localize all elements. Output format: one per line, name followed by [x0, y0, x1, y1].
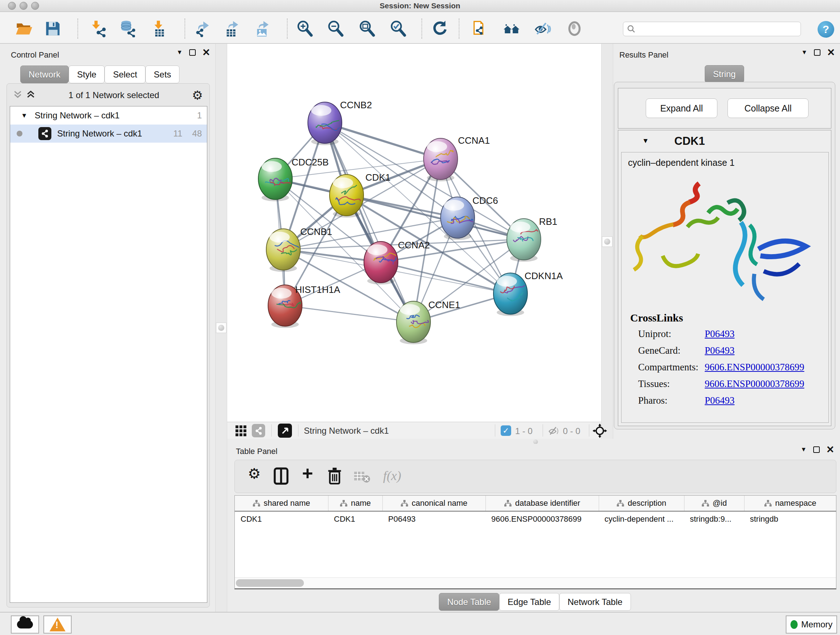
scrollbar-thumb[interactable]: [236, 579, 304, 587]
network-view-toolbar: String Network – cdk1 ✓ 1 - 0 0 - 0: [227, 422, 601, 439]
share-document-button[interactable]: [471, 20, 490, 37]
database-icon: [118, 20, 137, 37]
grid-view-icon[interactable]: [235, 425, 247, 438]
tab-network-table[interactable]: Network Table: [559, 593, 631, 611]
help-button[interactable]: ?: [818, 21, 834, 38]
tab-sets[interactable]: Sets: [145, 65, 180, 83]
tab-edge-table[interactable]: Edge Table: [499, 593, 559, 611]
column-header-namespace[interactable]: namespace: [744, 496, 836, 511]
save-session-button[interactable]: [43, 20, 62, 37]
close-panel-icon[interactable]: ✕: [827, 49, 835, 56]
table-cell[interactable]: cyclin-dependent ...: [599, 511, 684, 526]
column-header--id[interactable]: @id: [684, 496, 744, 511]
export-table-button[interactable]: [223, 20, 242, 37]
memory-label: Memory: [801, 619, 833, 630]
table-cell[interactable]: 9606.ENSP00000378699: [485, 511, 599, 526]
right-splitter-handle[interactable]: [602, 236, 613, 247]
collapse-all-icon[interactable]: [13, 89, 23, 101]
node-label-CDC6: CDC6: [472, 195, 498, 206]
collapse-panel-icon[interactable]: ▼: [801, 446, 807, 453]
search-field[interactable]: [623, 22, 801, 36]
control-panel-tabs: NetworkStyleSelectSets: [20, 65, 180, 83]
selected-checkbox[interactable]: ✓: [501, 425, 511, 436]
crosslink-link[interactable]: 9606.ENSP00000378699: [705, 378, 804, 395]
tab-select[interactable]: Select: [104, 65, 145, 83]
import-table-button[interactable]: [150, 20, 169, 37]
tab-node-table[interactable]: Node Table: [439, 593, 499, 611]
export-image-button[interactable]: [253, 20, 272, 37]
float-panel-icon[interactable]: [813, 447, 820, 453]
left-splitter[interactable]: [215, 44, 227, 612]
collapse-panel-icon[interactable]: ▼: [801, 49, 807, 56]
control-panel: Control Panel ▼ ✕ NetworkStyleSelectSets…: [0, 44, 216, 612]
refresh-view-button[interactable]: [431, 20, 449, 37]
warnings-button[interactable]: [43, 616, 72, 633]
import-network-database-button[interactable]: [118, 20, 137, 37]
node-result-header[interactable]: ▼ CDK1: [618, 130, 831, 152]
table-horizontal-scrollbar[interactable]: [235, 578, 836, 588]
right-splitter[interactable]: [601, 44, 613, 439]
crosslink-link[interactable]: P06493: [705, 345, 735, 362]
zoom-selected-button[interactable]: [388, 20, 407, 37]
hide-selected-button[interactable]: [533, 20, 552, 37]
node-result-section: ▼ CDK1 cyclin–dependent kinase 1: [618, 130, 831, 426]
show-all-button[interactable]: [565, 20, 584, 37]
table-options-gear-icon[interactable]: ⚙: [248, 465, 261, 482]
close-panel-icon[interactable]: ✕: [826, 447, 835, 453]
table-cell[interactable]: stringdb:9...: [684, 511, 744, 526]
table-cell[interactable]: stringdb: [744, 511, 836, 526]
expand-all-button[interactable]: Expand All: [646, 98, 717, 118]
cloud-status-button[interactable]: [11, 616, 39, 633]
crosslink-link[interactable]: 9606.ENSP00000378699: [705, 362, 804, 378]
network-options-gear-icon[interactable]: ⚙: [192, 88, 203, 103]
float-panel-icon[interactable]: [814, 49, 821, 56]
column-header-name[interactable]: name: [328, 496, 382, 511]
delete-table-icon[interactable]: [354, 470, 371, 485]
table-cell[interactable]: P06493: [382, 511, 485, 526]
birdseye-view-icon[interactable]: [278, 424, 292, 438]
column-header-database-identifier[interactable]: database identifier: [485, 496, 599, 511]
crosslink-link[interactable]: P06493: [705, 395, 735, 412]
table-row[interactable]: CDK1CDK1P064939606.ENSP00000378699cyclin…: [235, 511, 836, 527]
hidden-eye-icon[interactable]: [548, 425, 560, 438]
memory-button[interactable]: Memory: [786, 616, 837, 633]
tab-style[interactable]: Style: [69, 65, 104, 83]
column-header-canonical-name[interactable]: canonical name: [382, 496, 485, 511]
close-panel-icon[interactable]: ✕: [202, 49, 210, 56]
function-builder-icon[interactable]: f(x): [383, 468, 401, 483]
table-cell[interactable]: CDK1: [235, 511, 328, 526]
tab-string[interactable]: String: [705, 65, 744, 83]
string-view-badge-icon[interactable]: [252, 424, 265, 437]
float-panel-icon[interactable]: [189, 49, 196, 56]
import-network-file-button[interactable]: [89, 20, 108, 37]
tab-network[interactable]: Network: [20, 65, 69, 83]
network-edge[interactable]: [381, 262, 510, 294]
network-edge[interactable]: [285, 306, 414, 322]
delete-column-trash-icon[interactable]: [327, 467, 343, 487]
column-header-shared-name[interactable]: shared name: [235, 496, 328, 511]
fit-selected-crosshair-icon[interactable]: [592, 424, 607, 440]
network-view-canvas[interactable]: CCNB2CCNA1CDC25BCDK1CDC6RB1CCNB1CCNA2CDK…: [227, 44, 601, 422]
network-edge[interactable]: [325, 123, 441, 159]
open-session-button[interactable]: [14, 20, 33, 37]
collapse-all-button[interactable]: Collapse All: [728, 98, 808, 118]
search-input[interactable]: [636, 23, 801, 35]
export-network-file-button[interactable]: [194, 20, 213, 37]
home-button[interactable]: [502, 20, 521, 37]
collapse-panel-icon[interactable]: ▼: [177, 49, 183, 56]
node-label-CCNA1: CCNA1: [458, 135, 490, 146]
network-collection-row[interactable]: ▼ String Network – cdk1 1: [10, 106, 207, 125]
section-expander-icon[interactable]: ▼: [642, 137, 649, 145]
left-splitter-handle[interactable]: [216, 323, 226, 333]
expand-all-icon[interactable]: [26, 89, 36, 101]
zoom-fit-button[interactable]: [357, 20, 376, 37]
network-row-selected[interactable]: String Network – cdk1 11 48: [10, 125, 207, 143]
table-cell[interactable]: CDK1: [328, 511, 382, 526]
crosslink-link[interactable]: P06493: [705, 328, 735, 345]
zoom-in-button[interactable]: [295, 20, 314, 37]
tree-expander-icon[interactable]: ▼: [21, 112, 27, 119]
column-header-description[interactable]: description: [599, 496, 684, 511]
zoom-out-button[interactable]: [326, 20, 345, 37]
create-column-icon[interactable]: +: [302, 462, 313, 484]
show-columns-icon[interactable]: [273, 467, 289, 487]
